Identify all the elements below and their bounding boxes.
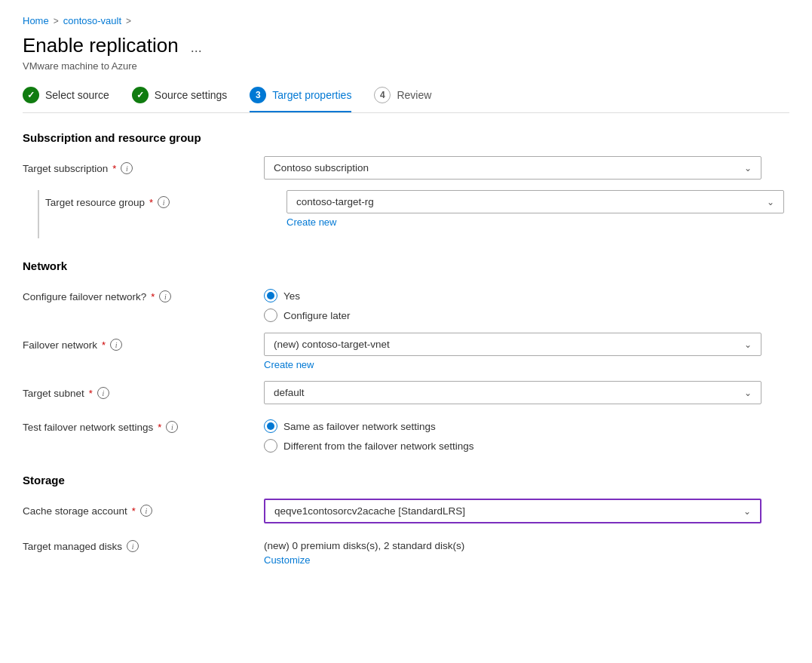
configure-failover-network-info-icon[interactable]: i xyxy=(159,290,171,302)
radio-different-from-failover[interactable]: Different from the failover network sett… xyxy=(264,439,789,453)
step-1-icon: ✓ xyxy=(23,87,39,103)
page-title: Enable replication xyxy=(23,34,179,57)
target-subscription-chevron: ⌄ xyxy=(744,163,752,173)
failover-network-required: * xyxy=(102,339,106,351)
target-resource-group-control: contoso-target-rg ⌄ Create new xyxy=(286,190,789,228)
page-menu-button[interactable]: ... xyxy=(191,40,202,56)
target-managed-disks-info-icon[interactable]: i xyxy=(127,540,139,552)
label-target-managed-disks: Target managed disks i xyxy=(23,534,264,552)
row-target-managed-disks: Target managed disks i (new) 0 premium d… xyxy=(23,534,789,566)
target-subnet-chevron: ⌄ xyxy=(744,388,752,398)
breadcrumb-home[interactable]: Home xyxy=(23,15,49,26)
section-sub-rg-title: Subscription and resource group xyxy=(23,131,789,144)
label-failover-network: Failover network * i xyxy=(23,333,264,351)
label-configure-failover-network: Configure failover network? * i xyxy=(23,284,264,302)
breadcrumb-vault[interactable]: contoso-vault xyxy=(63,15,121,26)
label-target-subscription: Target subscription * i xyxy=(23,156,264,174)
row-target-subscription: Target subscription * i Contoso subscrip… xyxy=(23,156,789,180)
row-configure-failover-network: Configure failover network? * i Yes Conf… xyxy=(23,284,789,322)
step-4-icon: 4 xyxy=(374,87,391,103)
label-target-resource-group: Target resource group * i xyxy=(45,190,286,208)
radio-configure-later[interactable]: Configure later xyxy=(264,308,789,322)
test-failover-network-settings-label: Test failover network settings xyxy=(23,422,153,433)
radio-configure-later-outer xyxy=(264,308,277,322)
configure-failover-network-required: * xyxy=(151,291,155,302)
target-subnet-control: default ⌄ xyxy=(264,381,789,404)
target-resource-group-required: * xyxy=(149,197,153,208)
section-storage-title: Storage xyxy=(23,474,789,487)
label-target-subnet: Target subnet * i xyxy=(23,381,264,399)
failover-network-create-new[interactable]: Create new xyxy=(264,359,314,370)
page-subtitle: VMware machine to Azure xyxy=(23,60,789,72)
step-select-source[interactable]: ✓ Select source xyxy=(23,87,109,103)
cache-storage-account-chevron: ⌄ xyxy=(743,506,751,517)
target-subscription-dropdown[interactable]: Contoso subscription ⌄ xyxy=(264,156,761,180)
target-resource-group-info-icon[interactable]: i xyxy=(158,196,170,208)
target-subscription-label: Target subscription xyxy=(23,163,108,174)
cache-storage-account-required: * xyxy=(132,505,136,517)
row-test-failover-network-settings: Test failover network settings * i Same … xyxy=(23,415,789,453)
radio-yes[interactable]: Yes xyxy=(264,289,789,302)
target-subscription-control: Contoso subscription ⌄ xyxy=(264,156,789,180)
target-resource-group-label: Target resource group xyxy=(45,197,145,208)
step-2-icon: ✓ xyxy=(132,87,149,103)
step-4-label: Review xyxy=(397,89,431,101)
wizard-steps: ✓ Select source ✓ Source settings 3 Targ… xyxy=(23,87,789,113)
step-source-settings[interactable]: ✓ Source settings xyxy=(132,87,228,103)
cache-storage-account-control: qeqve1contosorcv2acache [StandardLRS] ⌄ xyxy=(264,499,789,523)
step-2-label: Source settings xyxy=(155,89,228,101)
radio-yes-inner xyxy=(267,292,274,299)
step-review[interactable]: 4 Review xyxy=(374,87,431,103)
target-subnet-required: * xyxy=(89,388,93,399)
row-target-resource-group: Target resource group * i contoso-target… xyxy=(45,190,789,228)
radio-same-as-failover-outer xyxy=(264,419,277,433)
configure-failover-network-radio-group: Yes Configure later xyxy=(264,284,789,322)
target-subscription-info-icon[interactable]: i xyxy=(121,162,133,174)
cache-storage-account-dropdown[interactable]: qeqve1contosorcv2acache [StandardLRS] ⌄ xyxy=(264,499,761,523)
step-1-label: Select source xyxy=(45,89,109,101)
row-cache-storage-account: Cache storage account * i qeqve1contosor… xyxy=(23,499,789,523)
breadcrumb-sep-1: > xyxy=(54,16,59,26)
radio-same-as-failover-inner xyxy=(267,422,274,430)
target-subnet-value: default xyxy=(274,387,305,398)
cache-storage-account-label: Cache storage account xyxy=(23,505,127,517)
target-resource-group-value: contoso-target-rg xyxy=(296,196,374,207)
failover-network-value: (new) contoso-target-vnet xyxy=(274,339,390,350)
target-subnet-info-icon[interactable]: i xyxy=(97,387,109,399)
breadcrumb-sep-2: > xyxy=(126,16,131,26)
target-managed-disks-customize[interactable]: Customize xyxy=(264,554,310,566)
test-failover-network-settings-control: Same as failover network settings Differ… xyxy=(264,415,789,453)
failover-network-label: Failover network xyxy=(23,339,97,351)
failover-network-dropdown[interactable]: (new) contoso-target-vnet ⌄ xyxy=(264,333,761,356)
target-subscription-value: Contoso subscription xyxy=(274,162,369,173)
step-target-properties[interactable]: 3 Target properties xyxy=(250,87,351,112)
failover-network-control: (new) contoso-target-vnet ⌄ Create new xyxy=(264,333,789,370)
step-3-label: Target properties xyxy=(272,89,351,101)
section-subscription-resource-group: Subscription and resource group Target s… xyxy=(23,131,789,238)
row-failover-network: Failover network * i (new) contoso-targe… xyxy=(23,333,789,370)
cache-storage-account-info-icon[interactable]: i xyxy=(140,505,152,517)
radio-same-as-failover-label: Same as failover network settings xyxy=(283,421,436,432)
radio-different-from-failover-outer xyxy=(264,439,277,453)
label-test-failover-network-settings: Test failover network settings * i xyxy=(23,415,264,433)
radio-yes-outer xyxy=(264,289,277,302)
section-network: Network Configure failover network? * i … xyxy=(23,259,789,453)
target-resource-group-dropdown[interactable]: contoso-target-rg ⌄ xyxy=(286,190,784,213)
cache-storage-account-value: qeqve1contosorcv2acache [StandardLRS] xyxy=(274,505,465,517)
radio-same-as-failover[interactable]: Same as failover network settings xyxy=(264,419,789,433)
target-subnet-dropdown[interactable]: default ⌄ xyxy=(264,381,761,404)
label-cache-storage-account: Cache storage account * i xyxy=(23,499,264,517)
test-failover-network-radio-group: Same as failover network settings Differ… xyxy=(264,415,789,453)
section-storage: Storage Cache storage account * i qeqve1… xyxy=(23,474,789,566)
test-failover-network-info-icon[interactable]: i xyxy=(166,421,178,433)
radio-yes-label: Yes xyxy=(283,290,300,302)
target-managed-disks-label: Target managed disks xyxy=(23,541,122,552)
radio-different-from-failover-label: Different from the failover network sett… xyxy=(283,440,474,452)
radio-configure-later-label: Configure later xyxy=(283,310,351,321)
row-target-subnet: Target subnet * i default ⌄ xyxy=(23,381,789,404)
target-resource-group-create-new[interactable]: Create new xyxy=(286,216,336,228)
failover-network-info-icon[interactable]: i xyxy=(110,339,122,351)
target-managed-disks-control: (new) 0 premium disks(s), 2 standard dis… xyxy=(264,534,789,566)
breadcrumb: Home > contoso-vault > xyxy=(23,15,789,26)
configure-failover-network-label: Configure failover network? xyxy=(23,291,146,302)
